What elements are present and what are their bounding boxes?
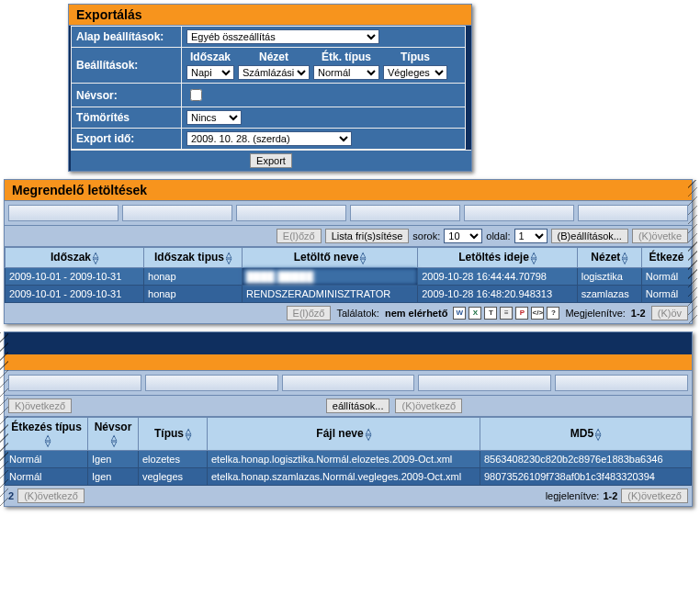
- col-period[interactable]: Időszak△▽: [6, 248, 144, 268]
- export-time-select[interactable]: 2009. 10. 28. (szerda): [186, 131, 352, 146]
- cell-view: logisztika: [577, 267, 641, 285]
- segment[interactable]: [122, 205, 232, 221]
- cell-type: elozetes: [139, 450, 208, 467]
- word-icon[interactable]: W: [453, 307, 466, 320]
- cell-meal: Normál: [641, 267, 691, 285]
- col-period-type[interactable]: Időszak tipus△▽: [144, 248, 243, 268]
- cell-md5: 8563408230c820b2c8976e1883ba6346: [480, 450, 692, 467]
- pager-settings-button[interactable]: (B)eállítások...: [551, 229, 628, 243]
- col-view[interactable]: Nézet△▽: [577, 248, 641, 268]
- pager-next-button[interactable]: (K)övetke: [632, 229, 688, 243]
- page-select[interactable]: 1: [514, 229, 548, 243]
- meal-select[interactable]: Normál: [313, 65, 379, 80]
- col-mealtype[interactable]: Étkezés típus△▽: [6, 417, 88, 450]
- csv-icon[interactable]: ≡: [500, 307, 513, 320]
- rows-label: sorok:: [412, 230, 440, 241]
- page-label: oldal:: [486, 230, 510, 241]
- cell-time: 2009-10-28 16:48:20.948313: [418, 285, 578, 302]
- table-row[interactable]: Normál Igen vegleges etelka.honap.szamla…: [6, 467, 692, 485]
- segment[interactable]: [8, 375, 141, 391]
- cell-meal: Normál: [6, 467, 88, 485]
- dark-strip: [5, 332, 692, 354]
- footer-left-num: 2: [8, 490, 14, 501]
- txt-icon[interactable]: T: [484, 307, 497, 320]
- results-value: nem elérhető: [385, 308, 447, 319]
- col-md5[interactable]: MD5△▽: [480, 417, 692, 450]
- footer-left-next[interactable]: (K)övetkező: [17, 488, 85, 503]
- footer-showing-label: legjelenítve:: [546, 490, 600, 501]
- excel-icon[interactable]: X: [469, 307, 481, 320]
- segment[interactable]: [350, 205, 460, 221]
- col-nevsor[interactable]: Névsor△▽: [88, 417, 139, 450]
- sublabel-meal: Étk. típus: [313, 51, 379, 63]
- cell-ptype: honap: [144, 267, 243, 285]
- pdf-icon[interactable]: P: [515, 307, 528, 320]
- segment[interactable]: [145, 375, 278, 391]
- segment[interactable]: [8, 205, 119, 221]
- cell-type: vegleges: [139, 467, 208, 485]
- segment[interactable]: [555, 375, 688, 391]
- col-download-time[interactable]: Letöltés ideje△▽: [418, 248, 578, 268]
- results-label: Találatok:: [336, 308, 378, 319]
- export-settings-table: Alap beállítások: Egyéb összeállítás Beá…: [71, 26, 466, 150]
- footer-prev-button[interactable]: E(l)őző: [287, 306, 332, 320]
- cell-period: 2009-10-01 - 2009-10-31: [6, 285, 144, 302]
- segment[interactable]: [578, 205, 688, 221]
- sublabel-view: Nézet: [238, 51, 310, 63]
- export-time-label: Export idő:: [72, 129, 182, 150]
- cell-time: 2009-10-28 16:44:44.70798: [418, 267, 578, 285]
- files-table: Étkezés típus△▽ Névsor△▽ Típus△▽ Fájl ne…: [5, 417, 692, 486]
- showing-label: Megjelenítve:: [565, 308, 625, 319]
- col-filename[interactable]: Fájl neve△▽: [208, 417, 480, 450]
- table-row[interactable]: 2009-10-01 - 2009-10-31 honap ████ █████…: [6, 267, 692, 285]
- downloads-table: Időszak△▽ Időszak tipus△▽ Letöltő neve△▽…: [5, 247, 692, 303]
- cell-file: etelka.honap.logisztika.Normál.elozetes.…: [208, 450, 480, 467]
- cell-meal: Normál: [641, 285, 691, 302]
- rows-select[interactable]: 10: [444, 229, 482, 243]
- nevsor-label: Névsor:: [72, 84, 182, 107]
- view-select[interactable]: Számlázási: [238, 65, 310, 80]
- cell-nevsor: Igen: [88, 467, 139, 485]
- compress-select[interactable]: Nincs: [186, 110, 242, 125]
- footer-next-button[interactable]: (K)öv: [651, 306, 688, 320]
- showing-value: 1-2: [631, 308, 646, 319]
- col-meal[interactable]: Étkezé: [641, 248, 691, 268]
- left-next-button[interactable]: K)övetkező: [8, 399, 72, 413]
- segment[interactable]: [282, 375, 415, 391]
- help-icon[interactable]: ?: [547, 307, 559, 320]
- compress-label: Tömörítés: [72, 107, 182, 129]
- settings-label: Beállítások:: [72, 48, 182, 84]
- pager-refresh-button[interactable]: Lista fri(s)sítése: [325, 229, 410, 243]
- segment[interactable]: [236, 205, 346, 221]
- type-select[interactable]: Végleges: [383, 65, 447, 80]
- export-button[interactable]: Export: [250, 153, 292, 168]
- orange-strip: [5, 354, 692, 371]
- cell-file: etelka.honap.szamlazas.Normál.vegleges.2…: [208, 467, 480, 485]
- basic-settings-label: Alap beállítások:: [72, 27, 182, 48]
- basic-settings-select[interactable]: Egyéb összeállítás: [186, 29, 379, 44]
- sublabel-type: Típus: [383, 51, 447, 63]
- segment[interactable]: [418, 375, 551, 391]
- table-row[interactable]: Normál Igen elozetes etelka.honap.logisz…: [6, 450, 692, 467]
- pager-prev-button[interactable]: E(l)őző: [277, 229, 322, 243]
- mid-next-button[interactable]: (K)övetkező: [395, 399, 462, 413]
- mid-settings-button[interactable]: eállítások...: [326, 399, 390, 413]
- cell-nevsor: Igen: [88, 450, 139, 467]
- segment[interactable]: [464, 205, 574, 221]
- footer-showing-value: 1-2: [603, 490, 617, 501]
- cell-md5: 98073526109f738af0b1c3f483320394: [480, 467, 692, 485]
- cell-ptype: honap: [144, 285, 243, 302]
- sublabel-period: Időszak: [186, 51, 234, 63]
- period-select[interactable]: Napi: [186, 65, 234, 80]
- cell-meal: Normál: [6, 450, 88, 467]
- export-panel-title: Exportálás: [69, 5, 471, 26]
- export-icons: W X T ≡ P </> ?: [453, 307, 559, 320]
- nevsor-checkbox[interactable]: [190, 89, 202, 101]
- xml-icon[interactable]: </>: [531, 307, 544, 320]
- cell-view: szamlazas: [577, 285, 641, 302]
- footer-right-next[interactable]: (K)övetkező: [621, 488, 688, 503]
- table-row[interactable]: 2009-10-01 - 2009-10-31 honap RENDSZERAD…: [6, 285, 692, 302]
- col-type[interactable]: Típus△▽: [139, 417, 208, 450]
- cell-period: 2009-10-01 - 2009-10-31: [6, 267, 144, 285]
- col-downloader[interactable]: Letöltő neve△▽: [242, 248, 417, 268]
